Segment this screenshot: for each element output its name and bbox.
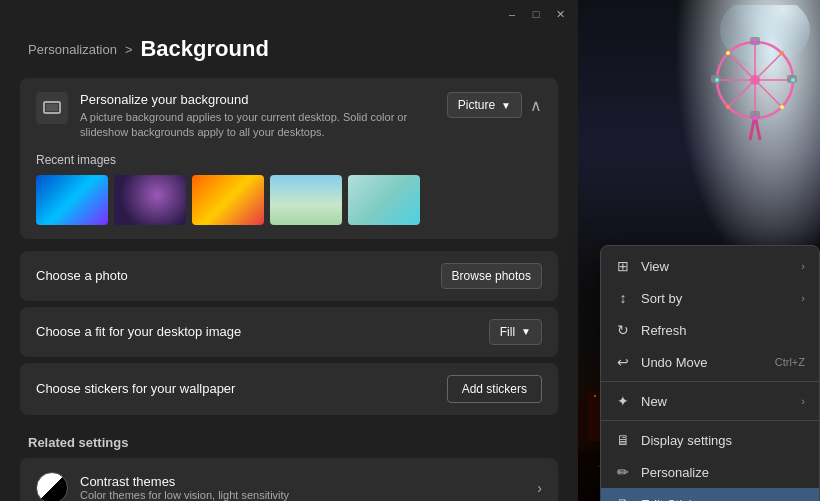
breadcrumb-current: Background [140, 36, 268, 62]
fit-label: Choose a fit for your desktop image [36, 324, 241, 339]
menu-item-refresh[interactable]: ↻ Refresh [601, 314, 819, 346]
menu-item-display-settings[interactable]: 🖥 Display settings [601, 424, 819, 456]
title-bar: – □ ✕ [0, 0, 578, 28]
recent-images-label: Recent images [36, 153, 542, 167]
menu-item-undo-move[interactable]: ↩ Undo Move Ctrl+Z [601, 346, 819, 378]
menu-item-personalize[interactable]: ✏ Personalize [601, 456, 819, 488]
menu-item-sort[interactable]: ↕ Sort by › [601, 282, 819, 314]
menu-item-new[interactable]: ✦ New › [601, 385, 819, 417]
browse-photos-button[interactable]: Browse photos [441, 263, 542, 289]
contrast-icon [36, 472, 68, 501]
menu-item-edit-stickers[interactable]: 🗎 Edit Stickers [601, 488, 819, 501]
menu-item-stickers-label: Edit Stickers [641, 497, 713, 502]
minimize-button[interactable]: – [506, 8, 518, 20]
fit-row: Choose a fit for your desktop image Fill… [20, 307, 558, 357]
add-stickers-button[interactable]: Add stickers [447, 375, 542, 403]
svg-point-20 [780, 105, 784, 109]
contrast-subtitle: Color themes for low vision, light sensi… [80, 489, 289, 501]
recent-image-4[interactable] [270, 175, 342, 225]
menu-item-view-label: View [641, 259, 669, 274]
personalize-card: Personalize your background A picture ba… [20, 78, 558, 239]
contrast-themes-card[interactable]: Contrast themes Color themes for low vis… [20, 458, 558, 501]
svg-point-2 [720, 5, 810, 65]
svg-point-21 [780, 51, 784, 55]
svg-point-18 [791, 78, 795, 82]
new-icon: ✦ [615, 393, 631, 409]
svg-point-17 [715, 78, 719, 82]
sort-icon: ↕ [615, 290, 631, 306]
choose-photo-row: Choose a photo Browse photos [20, 251, 558, 301]
fit-chevron-icon: ▼ [521, 326, 531, 337]
breadcrumb-separator: > [125, 42, 133, 57]
svg-rect-1 [46, 104, 58, 111]
svg-point-19 [726, 51, 730, 55]
stickers-label: Choose stickers for your wallpaper [36, 381, 235, 396]
menu-item-view[interactable]: ⊞ View › [601, 250, 819, 282]
choose-photo-label: Choose a photo [36, 268, 128, 283]
stickers-menu-icon: 🗎 [615, 496, 631, 501]
fit-dropdown[interactable]: Fill ▼ [489, 319, 542, 345]
recent-image-3[interactable] [192, 175, 264, 225]
personalize-icon [36, 92, 68, 124]
contrast-chevron-icon: › [537, 480, 542, 496]
sort-arrow-icon: › [801, 292, 805, 304]
menu-item-sort-label: Sort by [641, 291, 682, 306]
display-icon: 🖥 [615, 432, 631, 448]
menu-item-undo-label: Undo Move [641, 355, 707, 370]
view-icon: ⊞ [615, 258, 631, 274]
svg-point-16 [753, 116, 757, 120]
maximize-button[interactable]: □ [530, 8, 542, 20]
dropdown-chevron-icon: ▼ [501, 100, 511, 111]
view-arrow-icon: › [801, 260, 805, 272]
svg-point-15 [753, 40, 757, 44]
undo-icon: ↩ [615, 354, 631, 370]
collapse-icon[interactable]: ∧ [530, 96, 542, 115]
breadcrumb: Personalization > Background [0, 28, 578, 78]
undo-shortcut: Ctrl+Z [775, 356, 805, 368]
recent-images-grid [36, 175, 542, 225]
menu-item-refresh-label: Refresh [641, 323, 687, 338]
breadcrumb-parent[interactable]: Personalization [28, 42, 117, 57]
separator-2 [601, 420, 819, 421]
recent-image-1[interactable] [36, 175, 108, 225]
related-settings-label: Related settings [0, 421, 578, 458]
stickers-row: Choose stickers for your wallpaper Add s… [20, 363, 558, 415]
context-menu: ⊞ View › ↕ Sort by › ↻ Refresh ↩ Undo Mo… [600, 245, 820, 501]
separator-1 [601, 381, 819, 382]
close-button[interactable]: ✕ [554, 8, 566, 20]
menu-item-personalize-label: Personalize [641, 465, 709, 480]
settings-panel: – □ ✕ Personalization > Background Perso… [0, 0, 578, 501]
menu-item-display-label: Display settings [641, 433, 732, 448]
personalize-menu-icon: ✏ [615, 464, 631, 480]
menu-item-new-label: New [641, 394, 667, 409]
svg-point-35 [594, 395, 596, 397]
contrast-title: Contrast themes [80, 474, 289, 489]
svg-point-22 [726, 105, 730, 109]
recent-image-5[interactable] [348, 175, 420, 225]
contrast-left: Contrast themes Color themes for low vis… [36, 472, 289, 501]
new-arrow-icon: › [801, 395, 805, 407]
background-type-dropdown[interactable]: Picture ▼ [447, 92, 522, 118]
refresh-icon: ↻ [615, 322, 631, 338]
recent-image-2[interactable] [114, 175, 186, 225]
ferris-wheel-illustration [695, 5, 815, 155]
personalize-title: Personalize your background [80, 92, 447, 107]
personalize-subtitle: A picture background applies to your cur… [80, 110, 447, 141]
